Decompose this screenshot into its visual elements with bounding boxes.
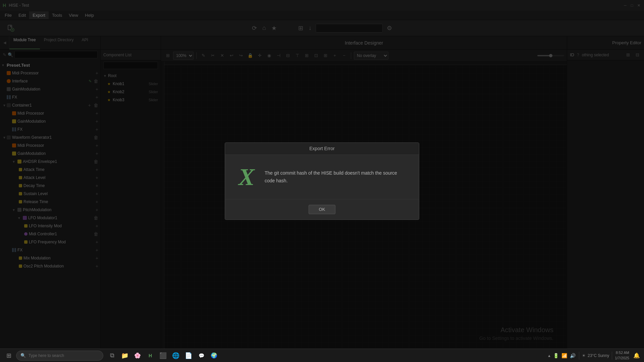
wifi-icon[interactable]: 📶 bbox=[561, 352, 568, 359]
export-error-modal: Export Error X The git commit hash of th… bbox=[225, 142, 419, 220]
battery-icon[interactable]: 🔋 bbox=[552, 352, 559, 359]
time-display: 8:52 AM bbox=[615, 350, 629, 355]
volume-icon[interactable]: 🔊 bbox=[569, 352, 576, 359]
modal-footer: OK bbox=[225, 199, 419, 220]
taskbar-weather[interactable]: ☀ 23°C Sunny bbox=[582, 353, 609, 358]
search-icon: 🔍 bbox=[20, 353, 26, 358]
weather-text: 23°C Sunny bbox=[588, 353, 609, 358]
taskbar: ⊞ 🔍 Type here to search ⧉ 📁 🌸 H ⬛ 🌐 📄 💬 … bbox=[0, 349, 644, 362]
edge-btn[interactable]: 🌐 bbox=[170, 350, 182, 362]
hise-btn[interactable]: H bbox=[144, 350, 156, 362]
store-btn[interactable]: ⬛ bbox=[157, 350, 169, 362]
modal-message: The git commit hash of the HISE build do… bbox=[265, 169, 406, 184]
modal-header: Export Error bbox=[225, 143, 419, 155]
whatsapp-btn[interactable]: 💬 bbox=[195, 350, 207, 362]
taskbar-search-placeholder: Type here to search bbox=[29, 353, 64, 358]
start-button[interactable]: ⊞ bbox=[3, 350, 15, 361]
task-view-btn[interactable]: ⧉ bbox=[106, 350, 118, 362]
file-mgr-btn[interactable]: 📄 bbox=[182, 350, 195, 362]
file-explorer-btn[interactable]: 📁 bbox=[119, 350, 131, 362]
photos-btn[interactable]: 🌸 bbox=[131, 350, 144, 362]
taskbar-apps: ⧉ 📁 🌸 H ⬛ 🌐 📄 💬 🌍 bbox=[106, 350, 220, 362]
taskbar-separator bbox=[579, 352, 579, 360]
notification-icon: 🔔 bbox=[633, 352, 640, 359]
taskbar-separator2 bbox=[612, 352, 612, 360]
notification-btn[interactable]: 🔔 bbox=[632, 351, 641, 360]
taskbar-right: ▲ 🔋 📶 🔊 ☀ 23°C Sunny 8:52 AM 1/7/2025 🔔 bbox=[547, 350, 641, 361]
chrome-btn[interactable]: 🌍 bbox=[208, 350, 220, 362]
modal-body: X The git commit hash of the HISE build … bbox=[225, 155, 419, 199]
date-display: 1/7/2025 bbox=[615, 356, 629, 361]
modal-title: Export Error bbox=[309, 146, 334, 151]
ok-button[interactable]: OK bbox=[309, 205, 335, 214]
error-icon: X bbox=[238, 165, 255, 189]
weather-icon: ☀ bbox=[582, 353, 586, 358]
taskbar-search-box[interactable]: 🔍 Type here to search bbox=[16, 351, 103, 361]
taskbar-system-icons: ▲ 🔋 📶 🔊 bbox=[547, 352, 576, 359]
modal-overlay: Export Error X The git commit hash of th… bbox=[0, 0, 644, 362]
taskbar-time[interactable]: 8:52 AM 1/7/2025 bbox=[615, 350, 629, 361]
